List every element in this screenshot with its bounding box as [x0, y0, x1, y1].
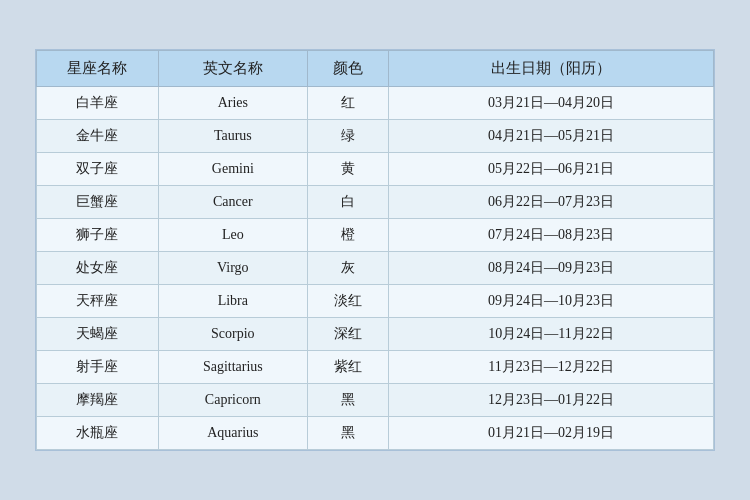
cell-color: 灰	[307, 252, 388, 285]
cell-date: 03月21日—04月20日	[389, 87, 714, 120]
cell-english-name: Capricorn	[158, 384, 307, 417]
cell-date: 08月24日—09月23日	[389, 252, 714, 285]
table-header-row: 星座名称 英文名称 颜色 出生日期（阳历）	[37, 51, 714, 87]
cell-color: 淡红	[307, 285, 388, 318]
cell-chinese-name: 天秤座	[37, 285, 159, 318]
cell-color: 黑	[307, 417, 388, 450]
table-body: 白羊座Aries红03月21日—04月20日金牛座Taurus绿04月21日—0…	[37, 87, 714, 450]
table-row: 天秤座Libra淡红09月24日—10月23日	[37, 285, 714, 318]
cell-date: 07月24日—08月23日	[389, 219, 714, 252]
table-row: 天蝎座Scorpio深红10月24日—11月22日	[37, 318, 714, 351]
header-english-name: 英文名称	[158, 51, 307, 87]
table-row: 金牛座Taurus绿04月21日—05月21日	[37, 120, 714, 153]
cell-color: 深红	[307, 318, 388, 351]
cell-english-name: Taurus	[158, 120, 307, 153]
cell-chinese-name: 处女座	[37, 252, 159, 285]
table-row: 巨蟹座Cancer白06月22日—07月23日	[37, 186, 714, 219]
cell-chinese-name: 金牛座	[37, 120, 159, 153]
table-row: 射手座Sagittarius紫红11月23日—12月22日	[37, 351, 714, 384]
cell-english-name: Aquarius	[158, 417, 307, 450]
cell-english-name: Libra	[158, 285, 307, 318]
cell-color: 黑	[307, 384, 388, 417]
cell-color: 红	[307, 87, 388, 120]
cell-english-name: Cancer	[158, 186, 307, 219]
cell-chinese-name: 双子座	[37, 153, 159, 186]
cell-english-name: Sagittarius	[158, 351, 307, 384]
cell-date: 05月22日—06月21日	[389, 153, 714, 186]
header-date: 出生日期（阳历）	[389, 51, 714, 87]
cell-english-name: Virgo	[158, 252, 307, 285]
cell-date: 11月23日—12月22日	[389, 351, 714, 384]
table-row: 狮子座Leo橙07月24日—08月23日	[37, 219, 714, 252]
table-row: 白羊座Aries红03月21日—04月20日	[37, 87, 714, 120]
cell-color: 黄	[307, 153, 388, 186]
cell-date: 10月24日—11月22日	[389, 318, 714, 351]
header-chinese-name: 星座名称	[37, 51, 159, 87]
cell-date: 04月21日—05月21日	[389, 120, 714, 153]
zodiac-table: 星座名称 英文名称 颜色 出生日期（阳历） 白羊座Aries红03月21日—04…	[36, 50, 714, 450]
table-row: 双子座Gemini黄05月22日—06月21日	[37, 153, 714, 186]
header-color: 颜色	[307, 51, 388, 87]
table-row: 摩羯座Capricorn黑12月23日—01月22日	[37, 384, 714, 417]
cell-date: 01月21日—02月19日	[389, 417, 714, 450]
cell-english-name: Aries	[158, 87, 307, 120]
table-row: 处女座Virgo灰08月24日—09月23日	[37, 252, 714, 285]
cell-date: 09月24日—10月23日	[389, 285, 714, 318]
cell-english-name: Gemini	[158, 153, 307, 186]
cell-color: 紫红	[307, 351, 388, 384]
cell-color: 绿	[307, 120, 388, 153]
cell-color: 橙	[307, 219, 388, 252]
cell-chinese-name: 天蝎座	[37, 318, 159, 351]
cell-chinese-name: 巨蟹座	[37, 186, 159, 219]
cell-chinese-name: 射手座	[37, 351, 159, 384]
cell-color: 白	[307, 186, 388, 219]
cell-chinese-name: 白羊座	[37, 87, 159, 120]
cell-chinese-name: 水瓶座	[37, 417, 159, 450]
zodiac-table-container: 星座名称 英文名称 颜色 出生日期（阳历） 白羊座Aries红03月21日—04…	[35, 49, 715, 451]
cell-date: 12月23日—01月22日	[389, 384, 714, 417]
cell-english-name: Scorpio	[158, 318, 307, 351]
cell-chinese-name: 狮子座	[37, 219, 159, 252]
cell-date: 06月22日—07月23日	[389, 186, 714, 219]
cell-chinese-name: 摩羯座	[37, 384, 159, 417]
cell-english-name: Leo	[158, 219, 307, 252]
table-row: 水瓶座Aquarius黑01月21日—02月19日	[37, 417, 714, 450]
